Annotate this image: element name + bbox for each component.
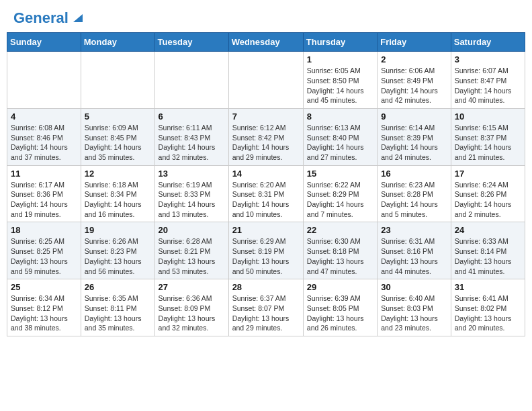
day-number: 23 [381,225,447,235]
calendar-cell: 17Sunrise: 6:24 AMSunset: 8:26 PMDayligh… [451,165,525,222]
calendar-cell: 13Sunrise: 6:19 AMSunset: 8:33 PMDayligh… [154,165,228,222]
calendar-cell: 20Sunrise: 6:28 AMSunset: 8:21 PMDayligh… [154,222,228,279]
calendar-cell: 4Sunrise: 6:08 AMSunset: 8:46 PMDaylight… [7,108,81,165]
day-number: 26 [85,282,151,292]
logo: General [13,10,85,24]
calendar-cell [228,52,303,109]
logo-arrow-icon [71,10,85,25]
day-info: Sunrise: 6:11 AMSunset: 8:43 PMDaylight:… [159,123,225,163]
logo-text-line1: General [13,10,69,26]
day-info: Sunrise: 6:34 AMSunset: 8:12 PMDaylight:… [11,293,77,333]
calendar-cell: 8Sunrise: 6:13 AMSunset: 8:40 PMDaylight… [303,108,377,165]
calendar-week-row: 1Sunrise: 6:05 AMSunset: 8:50 PMDaylight… [7,52,525,109]
calendar-cell: 10Sunrise: 6:15 AMSunset: 8:37 PMDayligh… [451,108,525,165]
calendar-cell: 18Sunrise: 6:25 AMSunset: 8:25 PMDayligh… [7,222,81,279]
day-number: 18 [11,225,77,235]
calendar-cell: 27Sunrise: 6:36 AMSunset: 8:09 PMDayligh… [154,279,228,336]
day-info: Sunrise: 6:31 AMSunset: 8:16 PMDaylight:… [381,236,447,276]
weekday-header: Sunday [7,33,81,52]
day-number: 5 [85,111,151,122]
day-info: Sunrise: 6:07 AMSunset: 8:47 PMDaylight:… [455,66,521,105]
calendar-cell: 16Sunrise: 6:23 AMSunset: 8:28 PMDayligh… [378,165,451,222]
weekday-header: Wednesday [228,33,303,52]
day-number: 7 [232,111,300,122]
svg-marker-0 [73,14,83,22]
day-info: Sunrise: 6:26 AMSunset: 8:23 PMDaylight:… [85,236,151,276]
day-info: Sunrise: 6:39 AMSunset: 8:05 PMDaylight:… [307,293,373,333]
day-info: Sunrise: 6:14 AMSunset: 8:39 PMDaylight:… [381,123,447,163]
day-info: Sunrise: 6:20 AMSunset: 8:31 PMDaylight:… [232,180,300,220]
day-number: 28 [232,282,300,292]
weekday-header: Saturday [451,33,525,52]
day-number: 9 [381,111,447,122]
calendar-cell: 7Sunrise: 6:12 AMSunset: 8:42 PMDaylight… [228,108,303,165]
day-info: Sunrise: 6:12 AMSunset: 8:42 PMDaylight:… [232,123,300,163]
day-number: 20 [159,225,225,235]
calendar-cell: 24Sunrise: 6:33 AMSunset: 8:14 PMDayligh… [451,222,525,279]
calendar-week-row: 4Sunrise: 6:08 AMSunset: 8:46 PMDaylight… [7,108,525,165]
calendar-cell [81,52,154,109]
day-info: Sunrise: 6:29 AMSunset: 8:19 PMDaylight:… [232,236,300,276]
page-header: General [7,7,525,27]
day-number: 16 [381,169,447,179]
day-number: 6 [159,111,225,122]
calendar-cell: 6Sunrise: 6:11 AMSunset: 8:43 PMDaylight… [154,108,228,165]
calendar-cell: 15Sunrise: 6:22 AMSunset: 8:29 PMDayligh… [303,165,377,222]
calendar-table: SundayMondayTuesdayWednesdayThursdayFrid… [7,32,525,336]
calendar-cell: 28Sunrise: 6:37 AMSunset: 8:07 PMDayligh… [228,279,303,336]
day-number: 31 [455,282,521,292]
calendar-cell: 14Sunrise: 6:20 AMSunset: 8:31 PMDayligh… [228,165,303,222]
day-info: Sunrise: 6:24 AMSunset: 8:26 PMDaylight:… [455,180,521,220]
day-number: 12 [85,169,151,179]
day-info: Sunrise: 6:22 AMSunset: 8:29 PMDaylight:… [307,180,373,220]
day-info: Sunrise: 6:15 AMSunset: 8:37 PMDaylight:… [455,123,521,163]
day-info: Sunrise: 6:06 AMSunset: 8:49 PMDaylight:… [381,66,447,105]
calendar-cell: 29Sunrise: 6:39 AMSunset: 8:05 PMDayligh… [303,279,377,336]
day-number: 13 [159,169,225,179]
day-number: 22 [307,225,373,235]
day-number: 21 [232,225,300,235]
day-info: Sunrise: 6:17 AMSunset: 8:36 PMDaylight:… [11,180,77,220]
calendar-week-row: 11Sunrise: 6:17 AMSunset: 8:36 PMDayligh… [7,165,525,222]
day-info: Sunrise: 6:28 AMSunset: 8:21 PMDaylight:… [159,236,225,276]
day-info: Sunrise: 6:18 AMSunset: 8:34 PMDaylight:… [85,180,151,220]
day-info: Sunrise: 6:40 AMSunset: 8:03 PMDaylight:… [381,293,447,333]
day-info: Sunrise: 6:33 AMSunset: 8:14 PMDaylight:… [455,236,521,276]
day-number: 29 [307,282,373,292]
calendar-week-row: 18Sunrise: 6:25 AMSunset: 8:25 PMDayligh… [7,222,525,279]
day-number: 14 [232,169,300,179]
day-number: 27 [159,282,225,292]
calendar-cell: 30Sunrise: 6:40 AMSunset: 8:03 PMDayligh… [378,279,451,336]
calendar-cell: 23Sunrise: 6:31 AMSunset: 8:16 PMDayligh… [378,222,451,279]
calendar-cell [154,52,228,109]
day-info: Sunrise: 6:19 AMSunset: 8:33 PMDaylight:… [159,180,225,220]
day-info: Sunrise: 6:23 AMSunset: 8:28 PMDaylight:… [381,180,447,220]
calendar-cell: 21Sunrise: 6:29 AMSunset: 8:19 PMDayligh… [228,222,303,279]
day-info: Sunrise: 6:13 AMSunset: 8:40 PMDaylight:… [307,123,373,163]
day-number: 1 [307,54,373,64]
calendar-cell: 25Sunrise: 6:34 AMSunset: 8:12 PMDayligh… [7,279,81,336]
weekday-header: Tuesday [154,33,228,52]
day-number: 17 [455,169,521,179]
weekday-header: Thursday [303,33,377,52]
weekday-header: Friday [378,33,451,52]
day-number: 2 [381,54,447,64]
day-info: Sunrise: 6:30 AMSunset: 8:18 PMDaylight:… [307,236,373,276]
day-info: Sunrise: 6:37 AMSunset: 8:07 PMDaylight:… [232,293,300,333]
calendar-cell: 5Sunrise: 6:09 AMSunset: 8:45 PMDaylight… [81,108,154,165]
calendar-header-row: SundayMondayTuesdayWednesdayThursdayFrid… [7,33,525,52]
day-number: 24 [455,225,521,235]
calendar-cell: 22Sunrise: 6:30 AMSunset: 8:18 PMDayligh… [303,222,377,279]
calendar-cell: 12Sunrise: 6:18 AMSunset: 8:34 PMDayligh… [81,165,154,222]
day-number: 25 [11,282,77,292]
calendar-cell: 19Sunrise: 6:26 AMSunset: 8:23 PMDayligh… [81,222,154,279]
day-number: 10 [455,111,521,122]
day-number: 15 [307,169,373,179]
day-info: Sunrise: 6:05 AMSunset: 8:50 PMDaylight:… [307,66,373,105]
calendar-cell: 9Sunrise: 6:14 AMSunset: 8:39 PMDaylight… [378,108,451,165]
day-number: 11 [11,169,77,179]
day-number: 4 [11,111,77,122]
day-info: Sunrise: 6:09 AMSunset: 8:45 PMDaylight:… [85,123,151,163]
weekday-header: Monday [81,33,154,52]
day-number: 8 [307,111,373,122]
